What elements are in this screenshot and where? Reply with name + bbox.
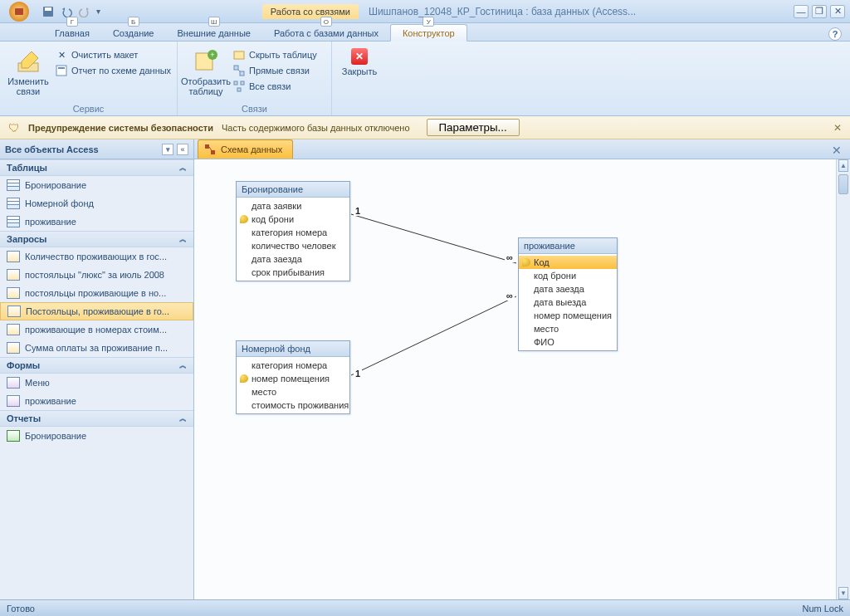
table-field[interactable]: ФИО: [519, 335, 617, 349]
nav-query-item[interactable]: постояльцы проживающие в но...: [0, 284, 193, 302]
nav-table-item[interactable]: проживание: [0, 213, 193, 231]
table-field[interactable]: код брони: [519, 269, 617, 282]
security-close-icon[interactable]: ✕: [833, 122, 842, 134]
chevron-up-icon: ︽: [179, 413, 187, 424]
nav-header[interactable]: Все объекты Access ▾«: [0, 139, 193, 159]
table-field[interactable]: место: [519, 322, 617, 335]
table-title[interactable]: Номерной фонд: [237, 341, 349, 357]
tab-database-tools[interactable]: Работа с базами данныхО: [262, 25, 390, 41]
table-box-living[interactable]: проживание Код код брони дата заезда дат…: [518, 237, 618, 351]
svg-rect-12: [240, 71, 244, 76]
cardinality-one: 1: [354, 369, 362, 379]
table-field[interactable]: категория номера: [237, 226, 349, 239]
nav-collapse-icon[interactable]: «: [177, 144, 188, 155]
table-title[interactable]: Бронирование: [237, 182, 349, 198]
hide-table-button[interactable]: Скрыть таблицу: [232, 48, 317, 61]
svg-line-21: [351, 296, 516, 375]
clear-layout-button[interactable]: ✕Очистить макет: [55, 48, 171, 61]
form-icon: [7, 395, 20, 407]
chevron-up-icon: ︽: [179, 163, 187, 174]
nav-query-item[interactable]: постояльцы "люкс" за июль 2008: [0, 266, 193, 284]
vertical-scrollbar[interactable]: ▲ ▼: [836, 159, 850, 599]
svg-rect-3: [45, 7, 51, 11]
qat-redo-icon[interactable]: [76, 3, 93, 20]
security-options-button[interactable]: Параметры...: [427, 119, 520, 136]
shortcut-badge: О: [320, 17, 332, 27]
table-field[interactable]: срок прибывания: [237, 266, 349, 279]
edit-relations-icon: [15, 48, 42, 75]
svg-rect-16: [237, 88, 241, 91]
table-box-roomfund[interactable]: Номерной фонд категория номера номер пом…: [236, 340, 350, 414]
shield-icon: 🛡: [8, 121, 20, 134]
scroll-down-icon[interactable]: ▼: [838, 587, 848, 599]
table-field[interactable]: дата заезда: [237, 252, 349, 266]
relationships-canvas[interactable]: 1 ∞ 1 ∞ Бронирование дата заявки код бро…: [194, 159, 850, 599]
help-icon[interactable]: ?: [828, 27, 842, 41]
shortcut-badge: Б: [128, 17, 139, 27]
table-field-key[interactable]: номер помещения: [237, 372, 349, 385]
minimize-button[interactable]: —: [794, 5, 808, 18]
nav-query-item[interactable]: проживающие в номерах стоим...: [0, 320, 193, 339]
table-field[interactable]: место: [237, 385, 349, 398]
close-window-button[interactable]: ✕: [830, 5, 845, 18]
clear-icon: ✕: [55, 48, 68, 61]
nav-form-item[interactable]: проживание: [0, 392, 193, 410]
nav-query-item[interactable]: Сумма оплаты за проживание п...: [0, 339, 193, 357]
qat-customize-icon[interactable]: ▾: [96, 7, 105, 16]
nav-group-tables[interactable]: Таблицы︽: [0, 159, 193, 176]
nav-group-queries[interactable]: Запросы︽: [0, 231, 193, 247]
nav-group-reports[interactable]: Отчеты︽: [0, 410, 193, 427]
nav-query-item[interactable]: Количество проживающих в гос...: [0, 247, 193, 266]
close-tab-icon[interactable]: ✕: [828, 142, 845, 159]
tab-home[interactable]: ГлавнаяГ: [43, 25, 101, 41]
office-button[interactable]: [3, 1, 35, 22]
all-relations-button[interactable]: Все связи: [232, 80, 317, 93]
nav-query-item[interactable]: Постояльцы, проживающие в го...: [0, 302, 193, 320]
query-icon: [7, 342, 20, 354]
contextual-tab-label: Работа со связями: [262, 4, 359, 19]
restore-button[interactable]: ❐: [812, 5, 827, 18]
table-field[interactable]: категория номера: [237, 359, 349, 372]
direct-relations-button[interactable]: Прямые связи: [232, 64, 317, 77]
close-designer-button[interactable]: ✕ Закрыть: [337, 46, 382, 76]
show-table-button[interactable]: + Отобразить таблицу: [183, 46, 229, 96]
nav-filter-icon[interactable]: ▾: [162, 144, 173, 155]
table-field-key[interactable]: Код: [519, 256, 617, 269]
table-field[interactable]: дата заезда: [519, 282, 617, 296]
nav-form-item[interactable]: Меню: [0, 374, 193, 392]
schema-report-button[interactable]: Отчет по схеме данных: [55, 64, 171, 77]
navigation-pane: Все объекты Access ▾« Таблицы︽ Бронирова…: [0, 139, 194, 599]
query-icon: [7, 269, 20, 281]
table-icon: [7, 179, 20, 191]
shortcut-badge: У: [423, 17, 434, 27]
table-title[interactable]: проживание: [519, 238, 617, 254]
table-field[interactable]: дата выезда: [519, 296, 617, 309]
document-tabs-bar: Схема данных ✕: [194, 139, 850, 159]
tab-designer[interactable]: КонструкторУ: [390, 24, 467, 42]
nav-group-forms[interactable]: Формы︽: [0, 357, 193, 374]
nav-report-item[interactable]: Бронирование: [0, 427, 193, 445]
scroll-up-icon[interactable]: ▲: [838, 159, 848, 172]
table-field[interactable]: номер помещения: [519, 309, 617, 322]
table-field[interactable]: дата заявки: [237, 199, 349, 213]
table-field[interactable]: количество человек: [237, 239, 349, 252]
tab-external-data[interactable]: Внешние данныеШ: [166, 25, 262, 41]
table-field-key[interactable]: код брони: [237, 213, 349, 226]
all-rel-icon: [232, 80, 246, 93]
document-tab[interactable]: Схема данных: [198, 139, 293, 159]
query-icon: [7, 251, 20, 262]
nav-table-item[interactable]: Номерной фонд: [0, 194, 193, 213]
security-title: Предупреждение системы безопасности: [28, 123, 213, 133]
table-box-booking[interactable]: Бронирование дата заявки код брони катег…: [236, 181, 350, 281]
status-numlock: Num Lock: [802, 604, 843, 614]
status-ready: Готово: [7, 604, 35, 614]
group-links-label: Связи: [183, 102, 326, 115]
qat-save-icon[interactable]: [40, 3, 56, 20]
edit-relations-button[interactable]: Изменить связи: [5, 46, 51, 96]
scroll-thumb[interactable]: [838, 174, 848, 194]
table-field[interactable]: стоимость проживания: [237, 398, 349, 412]
tab-create[interactable]: СозданиеБ: [101, 25, 166, 41]
direct-rel-icon: [232, 64, 246, 77]
ribbon-tabs: ГлавнаяГ СозданиеБ Внешние данныеШ Работ…: [0, 23, 850, 42]
nav-table-item[interactable]: Бронирование: [0, 176, 193, 194]
